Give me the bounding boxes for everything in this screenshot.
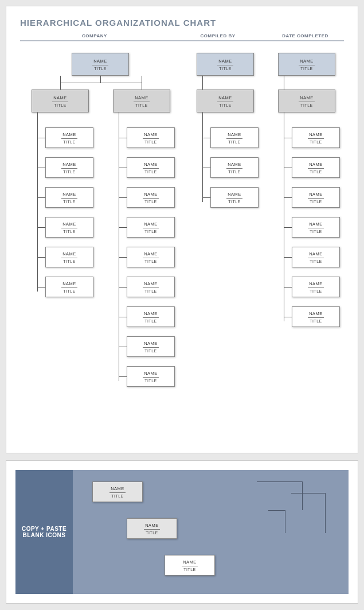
leaf-node[interactable]: NAMETITLE [127,336,175,357]
blank-node[interactable]: NAMETITLE [127,518,177,539]
leaf-node[interactable]: NAMETITLE [45,157,93,178]
mid-node[interactable]: NAMETITLE [197,90,254,112]
leaf-node[interactable]: NAMETITLE [292,247,340,267]
blank-node[interactable]: NAMETITLE [165,555,215,576]
top-node[interactable]: NAMETITLE [278,53,335,76]
leaf-node[interactable]: NAMETITLE [292,277,340,297]
leaf-node[interactable]: NAMETITLE [210,187,259,208]
blank-node[interactable]: NAMETITLE [92,481,143,502]
leaf-node[interactable]: NAMETITLE [127,127,175,148]
leaf-node[interactable]: NAMETITLE [45,247,93,267]
copy-paste-label: COPY + PASTE BLANK ICONS [15,470,73,594]
leaf-node[interactable]: NAMETITLE [127,306,175,327]
header-date: DATE COMPLETED [267,33,344,38]
leaf-node[interactable]: NAMETITLE [210,127,259,148]
header-compiled: COMPILED BY [169,33,267,38]
leaf-node[interactable]: NAMETITLE [45,187,93,208]
org-chart-page-1: HIERARCHICAL ORGANIZATIONAL CHART COMPAN… [6,6,358,453]
leaf-node[interactable]: NAMETITLE [127,157,175,178]
leaf-node[interactable]: NAMETITLE [292,187,340,208]
mid-node[interactable]: NAMETITLE [113,90,170,112]
leaf-node[interactable]: NAMETITLE [45,127,93,148]
leaf-node[interactable]: NAMETITLE [127,247,175,267]
top-node[interactable]: NAMETITLE [197,53,254,76]
top-node[interactable]: NAMETITLE [72,53,129,76]
leaf-node[interactable]: NAMETITLE [127,277,175,297]
header-company: COMPANY [20,33,169,38]
header-row: COMPANY COMPILED BY DATE COMPLETED [20,33,344,41]
chart-area: NAMETITLE NAMETITLE NAMETITLE NAMETITLE … [20,53,344,443]
leaf-node[interactable]: NAMETITLE [292,127,340,148]
leaf-node[interactable]: NAMETITLE [292,306,340,327]
mid-node[interactable]: NAMETITLE [278,90,335,112]
leaf-node[interactable]: NAMETITLE [292,217,340,238]
leaf-node[interactable]: NAMETITLE [292,157,340,178]
leaf-node[interactable]: NAMETITLE [127,187,175,208]
page-title: HIERARCHICAL ORGANIZATIONAL CHART [20,18,344,28]
leaf-node[interactable]: NAMETITLE [45,217,93,238]
org-chart-page-2: COPY + PASTE BLANK ICONS NAMETITLE NAMET… [6,460,358,604]
leaf-node[interactable]: NAMETITLE [210,157,259,178]
mid-node[interactable]: NAMETITLE [32,90,89,112]
leaf-node[interactable]: NAMETITLE [127,217,175,238]
leaf-node[interactable]: NAMETITLE [45,277,93,297]
leaf-node[interactable]: NAMETITLE [127,366,175,387]
